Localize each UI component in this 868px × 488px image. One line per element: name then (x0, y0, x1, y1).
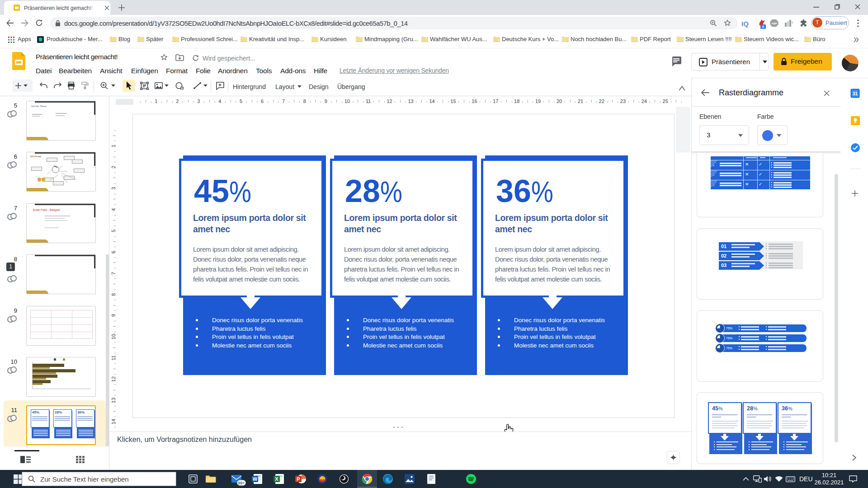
svg-text:ABP: ABP (771, 22, 777, 25)
svg-text:0: 0 (762, 25, 764, 29)
svg-text:P: P (297, 476, 300, 482)
svg-text:W: W (253, 476, 258, 482)
svg-text:31: 31 (853, 91, 858, 96)
svg-text:X: X (275, 476, 278, 482)
